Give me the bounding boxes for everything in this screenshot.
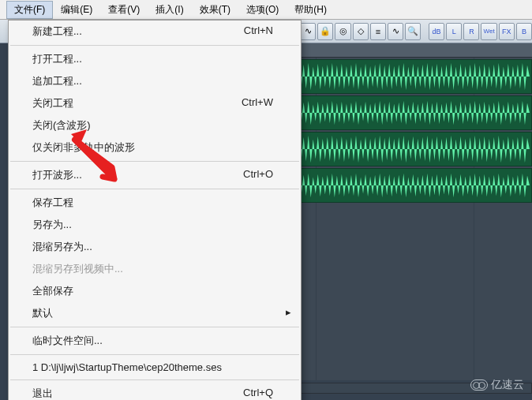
- menu-help[interactable]: 帮助(H): [287, 1, 335, 19]
- menu-close-with-wave[interactable]: 关闭(含波形): [9, 114, 301, 136]
- wave-icon[interactable]: ∿: [300, 23, 316, 40]
- wave2-icon[interactable]: ∿: [388, 23, 403, 40]
- menu-edit[interactable]: 编辑(E): [53, 1, 100, 19]
- diamond-icon[interactable]: ◇: [353, 23, 369, 40]
- menu-insert[interactable]: 插入(I): [148, 1, 191, 19]
- target-icon[interactable]: ◎: [335, 23, 350, 40]
- align-icon[interactable]: ≡: [370, 23, 386, 40]
- menu-exit[interactable]: 退出Ctrl+Q: [9, 383, 301, 400]
- menu-open-waveform[interactable]: 打开波形...Ctrl+O: [9, 164, 301, 186]
- menu-temp-space[interactable]: 临时文件空间...: [9, 330, 301, 352]
- menu-effects[interactable]: 效果(T): [192, 1, 238, 19]
- watermark-text: 亿速云: [491, 378, 524, 392]
- menu-append-project[interactable]: 追加工程...: [9, 70, 301, 92]
- menu-save-project[interactable]: 保存工程: [9, 192, 301, 214]
- watermark-logo-icon: [470, 379, 488, 391]
- menu-mixdown-video: 混缩另存到视频中...: [9, 258, 301, 280]
- menu-mixdown-save-as[interactable]: 混缩另存为...: [9, 236, 301, 258]
- menu-recent-1[interactable]: 1 D:\lj\ljwj\StartupTheme\cep20theme.ses: [9, 357, 301, 377]
- menu-new-project[interactable]: 新建工程...Ctrl+N: [9, 21, 301, 43]
- wet-icon[interactable]: Wet: [481, 23, 496, 40]
- db-icon[interactable]: dB: [429, 23, 444, 40]
- menubar: 文件(F) 编辑(E) 查看(V) 插入(I) 效果(T) 选项(O) 帮助(H…: [0, 0, 532, 20]
- menu-file[interactable]: 文件(F): [6, 1, 53, 19]
- lock-icon[interactable]: 🔒: [317, 23, 333, 40]
- menu-view[interactable]: 查看(V): [100, 1, 148, 19]
- menu-close-project[interactable]: 关闭工程Ctrl+W: [9, 92, 301, 114]
- watermark: 亿速云: [470, 378, 524, 392]
- menu-default[interactable]: 默认: [9, 302, 301, 324]
- r-icon[interactable]: R: [463, 23, 479, 40]
- zoom-icon[interactable]: 🔍: [405, 23, 421, 40]
- l-icon[interactable]: L: [446, 23, 462, 40]
- menu-open-project[interactable]: 打开工程...: [9, 48, 301, 70]
- menu-save-as[interactable]: 另存为...: [9, 214, 301, 236]
- menu-close-nonmultitrack[interactable]: 仅关闭非多轨中的波形: [9, 136, 301, 159]
- b-icon[interactable]: B: [516, 23, 532, 40]
- fx-icon[interactable]: FX: [499, 23, 515, 40]
- file-menu-dropdown: 新建工程...Ctrl+N 打开工程... 追加工程... 关闭工程Ctrl+W…: [8, 20, 302, 400]
- menu-options[interactable]: 选项(O): [238, 1, 287, 19]
- menu-save-all[interactable]: 全部保存: [9, 280, 301, 302]
